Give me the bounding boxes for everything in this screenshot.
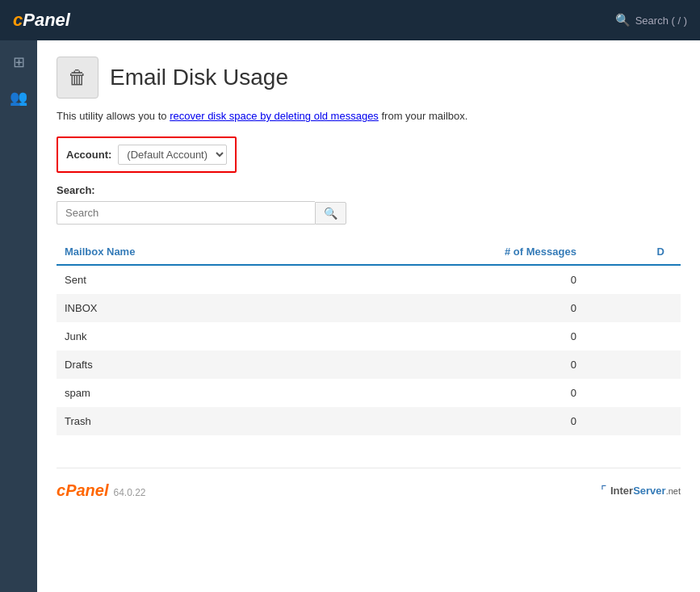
cell-mailbox-name: Drafts [57, 351, 319, 379]
cell-disk-usage [585, 407, 681, 435]
table-body: Sent0INBOX0Junk0Drafts0spam0Trash0 [57, 265, 681, 435]
cell-num-messages: 0 [319, 294, 585, 322]
cell-mailbox-name: Sent [57, 265, 319, 294]
sidebar-users-icon[interactable]: 👥 [4, 84, 33, 111]
cell-mailbox-name: Junk [57, 322, 319, 351]
page-title-row: 🗑 Email Disk Usage [57, 57, 681, 99]
search-button[interactable]: 🔍 [315, 202, 346, 225]
col-num-messages: # of Messages [319, 239, 585, 265]
footer-logo: cPanel 64.0.22 [57, 481, 146, 500]
table-row: spam0 [57, 379, 681, 407]
page-title: Email Disk Usage [110, 65, 288, 90]
header: cPanel 🔍 Search ( / ) [0, 0, 700, 40]
layout: ⊞ 👥 🗑 Email Disk Usage This utility allo… [0, 40, 700, 592]
sidebar-grid-icon[interactable]: ⊞ [4, 48, 33, 76]
search-label: Search: [57, 184, 681, 196]
description-suffix: from your mailbox. [379, 110, 468, 122]
col-mailbox-name: Mailbox Name [57, 239, 319, 265]
header-search-text: Search ( / ) [635, 15, 687, 27]
cell-disk-usage [585, 265, 681, 294]
search-section: Search: 🔍 [57, 184, 681, 225]
cell-num-messages: 0 [319, 407, 585, 435]
account-select[interactable]: (Default Account) [118, 145, 227, 165]
page-icon: 🗑 [57, 57, 99, 99]
table-row: Drafts0 [57, 351, 681, 379]
footer: cPanel 64.0.22 ⌜ InterServer.net [57, 468, 681, 500]
cell-num-messages: 0 [319, 379, 585, 407]
search-row: 🔍 [57, 201, 681, 225]
table-header: Mailbox Name # of Messages D [57, 239, 681, 265]
sidebar: ⊞ 👥 [0, 40, 37, 592]
account-selector-row: Account: (Default Account) [57, 136, 237, 173]
cell-num-messages: 0 [319, 322, 585, 351]
footer-cpanel-logo: cPanel [57, 481, 108, 500]
table-header-row: Mailbox Name # of Messages D [57, 239, 681, 265]
table-row: INBOX0 [57, 294, 681, 322]
cell-num-messages: 0 [319, 351, 585, 379]
header-search-area: 🔍 Search ( / ) [615, 13, 687, 27]
interserver-icon: ⌜ [601, 483, 607, 498]
cell-disk-usage [585, 351, 681, 379]
description: This utility allows you to recover disk … [57, 110, 681, 122]
cell-mailbox-name: INBOX [57, 294, 319, 322]
mailbox-table: Mailbox Name # of Messages D Sent0INBOX0… [57, 239, 681, 435]
trash-icon: 🗑 [68, 66, 87, 89]
footer-interserver: ⌜ InterServer.net [601, 483, 681, 498]
account-label: Account: [66, 149, 111, 161]
description-link[interactable]: recover disk space by deleting old messa… [170, 110, 379, 122]
cell-disk-usage [585, 294, 681, 322]
table-row: Trash0 [57, 407, 681, 435]
cell-mailbox-name: Trash [57, 407, 319, 435]
search-icon: 🔍 [615, 13, 631, 27]
cpanel-logo: cPanel [13, 10, 70, 31]
description-prefix: This utility allows you to [57, 110, 170, 122]
interserver-label: InterServer.net [610, 485, 681, 497]
cell-mailbox-name: spam [57, 379, 319, 407]
table-row: Junk0 [57, 322, 681, 351]
col-disk-usage: D [585, 239, 681, 265]
cell-num-messages: 0 [319, 265, 585, 294]
cell-disk-usage [585, 322, 681, 351]
cell-disk-usage [585, 379, 681, 407]
table-row: Sent0 [57, 265, 681, 294]
footer-version: 64.0.22 [113, 487, 145, 498]
search-input[interactable] [57, 201, 315, 225]
main-content: 🗑 Email Disk Usage This utility allows y… [37, 40, 700, 592]
